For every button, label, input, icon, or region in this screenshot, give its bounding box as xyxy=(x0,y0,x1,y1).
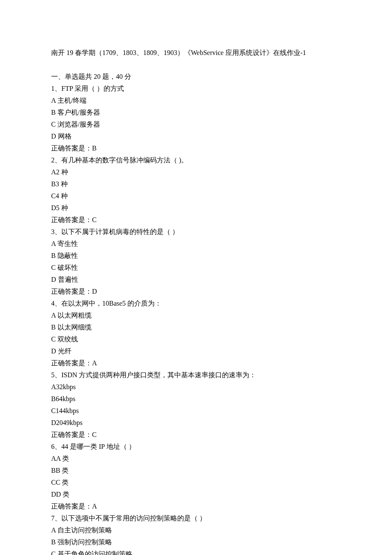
answer-text: 正确答案是：A xyxy=(51,500,341,512)
answer-text: 正确答案是：C xyxy=(51,429,341,441)
question-block: 5、ISDN 方式提供两种用户接口类型，其中基本速率接口的速率为：A32kbps… xyxy=(51,369,341,441)
option-text: C4 种 xyxy=(51,190,341,202)
document-page: 南开 19 春学期（1709、1803、1809、1903）《WebServic… xyxy=(0,0,392,555)
question-block: 2、有几种基本的数字信号脉冲编码方法（ )。A2 种B3 种C4 种D5 种正确… xyxy=(51,154,341,226)
section-header: 一、单选题共 20 题，40 分 xyxy=(51,71,341,83)
option-text: C 浏览器/服务器 xyxy=(51,119,341,130)
option-text: A32kbps xyxy=(51,381,341,393)
option-text: C144kbps xyxy=(51,405,341,417)
option-text: B 客户机/服务器 xyxy=(51,107,341,119)
option-text: B3 种 xyxy=(51,178,341,190)
option-text: D 普遍性 xyxy=(51,274,341,286)
answer-text: 正确答案是：C xyxy=(51,214,341,226)
option-text: C 基于角色的访问控制策略 xyxy=(51,548,341,555)
option-text: D2049kbps xyxy=(51,417,341,429)
question-text: 2、有几种基本的数字信号脉冲编码方法（ )。 xyxy=(51,154,341,166)
question-block: 4、在以太网中，10Base5 的介质为：A 以太网粗缆B 以太网细缆C 双绞线… xyxy=(51,298,341,369)
page-title: 南开 19 春学期（1709、1803、1809、1903）《WebServic… xyxy=(51,47,341,59)
questions-container: 1、FTP 采用（ ）的方式A 主机/终端B 客户机/服务器C 浏览器/服务器D… xyxy=(51,83,341,555)
question-text: 6、44 是哪一类 IP 地址（ ） xyxy=(51,441,341,453)
option-text: DD 类 xyxy=(51,489,341,500)
answer-text: 正确答案是：D xyxy=(51,286,341,298)
option-text: A 寄生性 xyxy=(51,238,341,250)
option-text: A 主机/终端 xyxy=(51,95,341,107)
option-text: C 双绞线 xyxy=(51,333,341,345)
question-block: 6、44 是哪一类 IP 地址（ ）AA 类BB 类CC 类DD 类正确答案是：… xyxy=(51,441,341,512)
question-text: 1、FTP 采用（ ）的方式 xyxy=(51,83,341,95)
option-text: B 以太网细缆 xyxy=(51,321,341,333)
answer-text: 正确答案是：B xyxy=(51,142,341,154)
option-text: A 以太网粗缆 xyxy=(51,309,341,321)
option-text: A 自主访问控制策略 xyxy=(51,524,341,536)
question-block: 1、FTP 采用（ ）的方式A 主机/终端B 客户机/服务器C 浏览器/服务器D… xyxy=(51,83,341,154)
option-text: B 强制访问控制策略 xyxy=(51,536,341,548)
option-text: C 破坏性 xyxy=(51,262,341,274)
option-text: B64kbps xyxy=(51,393,341,405)
question-block: 3、以下不属于计算机病毒的特性的是（ ）A 寄生性B 隐蔽性C 破坏性D 普遍性… xyxy=(51,226,341,298)
option-text: D5 种 xyxy=(51,202,341,214)
question-block: 7、以下选项中不属于常用的访问控制策略的是（ ）A 自主访问控制策略B 强制访问… xyxy=(51,512,341,555)
option-text: BB 类 xyxy=(51,465,341,477)
option-text: AA 类 xyxy=(51,453,341,465)
question-text: 3、以下不属于计算机病毒的特性的是（ ） xyxy=(51,226,341,238)
option-text: B 隐蔽性 xyxy=(51,250,341,262)
option-text: CC 类 xyxy=(51,477,341,489)
question-text: 4、在以太网中，10Base5 的介质为： xyxy=(51,298,341,309)
option-text: D 网格 xyxy=(51,130,341,142)
option-text: A2 种 xyxy=(51,166,341,178)
question-text: 7、以下选项中不属于常用的访问控制策略的是（ ） xyxy=(51,512,341,524)
option-text: D 光纤 xyxy=(51,345,341,357)
question-text: 5、ISDN 方式提供两种用户接口类型，其中基本速率接口的速率为： xyxy=(51,369,341,381)
answer-text: 正确答案是：A xyxy=(51,357,341,369)
